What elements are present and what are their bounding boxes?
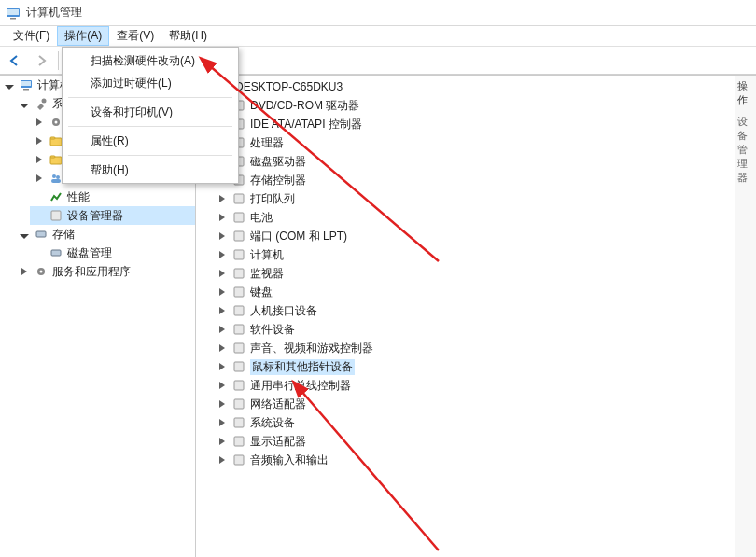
menu-file-label: 文件(F) [13,28,49,44]
menu-help-label: 帮助(H) [91,162,129,178]
device-category-label: 键盘 [250,285,273,300]
tree-label: 服务和应用程序 [52,264,131,280]
device-category[interactable]: 系统设备 [213,413,735,432]
result-pane: DESKTOP-C65DKU3DVD/CD-ROM 驱动器IDE ATA/ATA… [196,76,735,557]
svg-rect-5 [23,89,29,91]
device-category-label: 声音、视频和游戏控制器 [250,341,373,356]
device-root[interactable]: DESKTOP-C65DKU3 [198,77,735,96]
svg-rect-34 [234,287,244,297]
tree-label: 磁盘管理 [67,245,112,261]
actions-context: 设备管理器 [735,111,756,188]
menu-file[interactable]: 文件(F) [6,26,57,46]
device-category-label: 存储控制器 [250,173,306,188]
device-icon [231,378,246,393]
device-category[interactable]: 音频输入和输出 [213,451,735,469]
device-icon [231,210,246,225]
device-icon [231,434,246,449]
device-category[interactable]: IDE ATA/ATAPI 控制器 [213,115,735,133]
scope-services[interactable]: 服务和应用程序 [15,262,195,281]
device-category[interactable]: 电池 [213,208,735,227]
menu-help[interactable]: 帮助(H) [64,159,236,181]
device-icon [231,397,246,411]
device-icon [231,229,246,244]
device-category-label: 显示适配器 [250,434,306,450]
menu-add-legacy[interactable]: 添加过时硬件(L) [64,72,236,94]
device-category-label: DVD/CD-ROM 驱动器 [250,98,359,114]
device-category[interactable]: 磁盘驱动器 [213,152,735,171]
menu-legacy-label: 添加过时硬件(L) [91,76,172,91]
svg-rect-43 [234,455,244,465]
svg-rect-1 [7,9,19,15]
toolbar-separator [58,51,59,70]
device-category[interactable]: 打印队列 [213,189,735,208]
device-category-label: 系统设备 [250,415,295,431]
svg-point-13 [52,174,56,178]
device-category-label: 鼠标和其他指针设备 [250,359,355,375]
menu-bar: 文件(F) 操作(A) 查看(V) 帮助(H) [0,26,756,47]
device-category[interactable]: 软件设备 [213,320,735,339]
action-menu-popup: 扫描检测硬件改动(A) 添加过时硬件(L) 设备和打印机(V) 属性(R) 帮助… [62,47,239,184]
device-category-label: 磁盘驱动器 [250,154,306,170]
svg-rect-17 [36,231,46,237]
device-icon [231,247,246,262]
device-category[interactable]: 声音、视频和游戏控制器 [213,339,735,357]
svg-rect-36 [234,325,244,334]
menu-help[interactable]: 帮助(H) [161,26,215,46]
svg-rect-41 [234,418,244,427]
device-category[interactable]: DVD/CD-ROM 驱动器 [213,96,735,115]
menu-separator [68,97,232,98]
device-icon [231,285,246,299]
tree-label: 存储 [52,227,75,243]
menu-separator [68,155,232,156]
device-icon [231,191,246,206]
title-bar: 计算机管理 [0,0,756,26]
device-category[interactable]: 监视器 [213,264,735,283]
svg-point-6 [42,99,47,104]
device-category[interactable]: 显示适配器 [213,432,735,451]
svg-rect-16 [51,211,61,220]
actions-header: 操作 [735,76,756,111]
menu-scan-hardware[interactable]: 扫描检测硬件改动(A) [64,49,236,72]
svg-rect-35 [234,306,244,315]
forward-button[interactable] [30,49,52,72]
scope-item-5[interactable]: 设备管理器 [30,206,195,225]
device-category-label: 音频输入和输出 [250,453,329,468]
svg-rect-32 [234,250,244,259]
perf-icon [49,189,63,204]
device-root-label: DESKTOP-C65DKU3 [235,80,343,93]
window-title: 计算机管理 [26,5,82,21]
device-category[interactable]: 人机接口设备 [213,301,735,320]
device-category-label: IDE ATA/ATAPI 控制器 [250,117,362,132]
menu-devices-printers[interactable]: 设备和打印机(V) [64,101,236,123]
device-category[interactable]: 网络适配器 [213,395,735,413]
device-category-label: 通用串行总线控制器 [250,378,351,394]
menu-view[interactable]: 查看(V) [109,26,161,46]
svg-point-14 [56,175,60,179]
device-category[interactable]: 处理器 [213,133,735,152]
svg-rect-15 [51,179,61,183]
scope-item-4[interactable]: 性能 [30,188,195,206]
device-category-label: 端口 (COM 和 LPT) [250,229,347,244]
device-category-label: 计算机 [250,247,284,263]
device-category[interactable]: 通用串行总线控制器 [213,376,735,395]
menu-scan-label: 扫描检测硬件改动(A) [91,53,195,69]
svg-rect-38 [234,362,244,371]
device-icon [231,341,246,355]
device-category[interactable]: 端口 (COM 和 LPT) [213,227,735,245]
device-category[interactable]: 计算机 [213,245,735,264]
scope-storage[interactable]: 存储 [15,225,195,244]
device-category[interactable]: 鼠标和其他指针设备 [213,357,735,376]
menu-action[interactable]: 操作(A) [57,26,109,46]
device-category-label: 网络适配器 [250,397,306,412]
menu-properties[interactable]: 属性(R) [64,130,236,152]
device-icon [231,359,246,374]
scope-storage-0[interactable]: 磁盘管理 [30,244,195,262]
back-button[interactable] [4,49,26,72]
device-icon [231,453,246,467]
device-category[interactable]: 存储控制器 [213,171,735,189]
svg-rect-39 [234,381,244,390]
menu-separator [68,126,232,127]
computer-icon [19,77,34,92]
device-category-label: 监视器 [250,266,284,282]
device-category[interactable]: 键盘 [213,283,735,301]
